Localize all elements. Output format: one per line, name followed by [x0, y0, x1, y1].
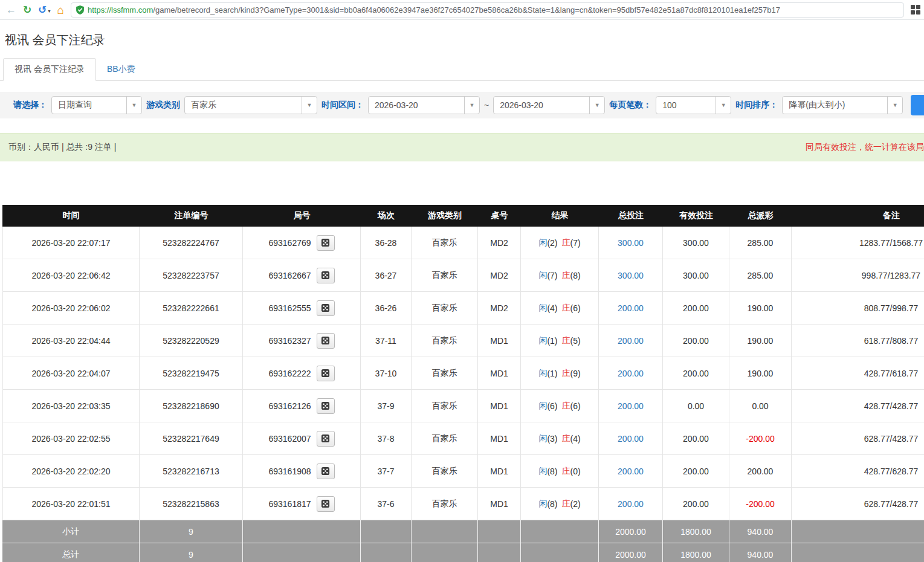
cell-remark: 808.77/998.77 [792, 292, 924, 324]
round-detail-button[interactable] [317, 235, 335, 251]
search-button[interactable] [911, 95, 924, 115]
total-bet-link[interactable]: 300.00 [618, 271, 644, 280]
cell-total-bet: 200.00 [599, 325, 663, 357]
cell-total-bet: 200.00 [599, 422, 663, 454]
cell-round: 693161817 [243, 488, 361, 520]
cell-bet-id: 523282224767 [140, 227, 243, 259]
chevron-down-icon: ▼ [464, 97, 479, 114]
cell-time: 2026-03-20 22:07:17 [2, 227, 140, 259]
cell-bet-id: 523282215863 [140, 488, 243, 520]
cell-total-bet: 200.00 [599, 357, 663, 389]
refresh-icon[interactable]: ↻ [23, 5, 31, 15]
date-from-input[interactable]: 2026-03-20 ▼ [368, 96, 480, 114]
round-number: 693161908 [268, 467, 311, 476]
cell-result: 闲(7) 庄(8) [521, 259, 599, 291]
extension-icon[interactable] [911, 5, 920, 15]
header-total-bet: 总投注 [599, 205, 663, 227]
subtotal-count: 9 [140, 520, 243, 543]
banker-result-score: (0) [570, 467, 581, 476]
cell-round: 693162769 [243, 227, 361, 259]
total-bet-link[interactable]: 200.00 [618, 369, 644, 378]
cell-session: 37-9 [361, 390, 412, 422]
cell-bet-id: 523282217649 [140, 422, 243, 454]
cell-game-type: 百家乐 [412, 292, 478, 324]
banker-result-score: (4) [570, 434, 581, 444]
round-detail-button[interactable] [317, 431, 335, 447]
cell-time: 2026-03-20 22:02:20 [2, 455, 140, 487]
per-page-select[interactable]: 100 ▼ [656, 96, 731, 114]
cell-session: 36-28 [361, 227, 412, 259]
cell-game-type: 百家乐 [412, 422, 478, 454]
tab-bb-tip[interactable]: BB小费 [96, 59, 146, 80]
filter-bar: 请选择： 日期查询 ▼ 游戏类别 百家乐 ▼ 时间区间： 2026-03-20 … [0, 92, 924, 118]
url-text[interactable]: https://lssfmm.com/game/betrecord_search… [88, 5, 780, 15]
cell-remark: 628.77/428.77 [792, 488, 924, 520]
header-remark: 备注 [792, 205, 924, 227]
total-bet-link[interactable]: 200.00 [618, 467, 644, 476]
cell-result: 闲(4) 庄(6) [521, 292, 599, 324]
total-valid-bet: 1800.00 [663, 543, 729, 562]
cell-total-bet: 300.00 [599, 259, 663, 291]
round-detail-button[interactable] [317, 300, 335, 316]
subtotal-label: 小计 [2, 520, 140, 543]
table-body: 2026-03-20 22:07:17 523282224767 6931627… [2, 227, 924, 520]
round-number: 693161817 [268, 499, 311, 509]
round-number: 693162126 [268, 401, 311, 411]
round-detail-button[interactable] [317, 268, 335, 283]
tab-bet-records[interactable]: 视讯 会员下注纪录 [3, 58, 96, 81]
cell-result: 闲(1) 庄(5) [521, 325, 599, 357]
cell-session: 37-8 [361, 422, 412, 454]
total-bet-link[interactable]: 200.00 [618, 336, 644, 346]
back-icon[interactable]: ← [6, 5, 16, 15]
dice-icon [321, 499, 330, 508]
player-result-label: 闲 [538, 466, 547, 477]
undo-icon[interactable]: ↺ [38, 5, 47, 15]
header-result: 结果 [521, 205, 599, 227]
cell-total-bet: 200.00 [599, 390, 663, 422]
round-detail-button[interactable] [317, 366, 335, 381]
player-result-score: (1) [547, 369, 557, 378]
query-type-label: 请选择： [13, 100, 47, 111]
browser-toolbar: ← ↻ ↺ ▾ ⌂ https://lssfmm.com/game/betrec… [0, 0, 924, 20]
banker-result-label: 庄 [562, 303, 570, 314]
cell-payout: -200.00 [729, 488, 792, 520]
total-bet-link[interactable]: 200.00 [618, 401, 644, 411]
cell-time: 2026-03-20 22:06:42 [2, 259, 140, 291]
cell-session: 37-11 [361, 325, 412, 357]
date-to-input[interactable]: 2026-03-20 ▼ [493, 96, 605, 114]
chevron-down-icon[interactable]: ▾ [48, 8, 51, 15]
total-bet-link[interactable]: 200.00 [618, 499, 644, 509]
cell-game-type: 百家乐 [412, 357, 478, 389]
round-detail-button[interactable] [317, 333, 335, 349]
player-result-score: (8) [547, 499, 557, 509]
round-detail-button[interactable] [317, 463, 335, 479]
cell-table-no: MD1 [478, 357, 521, 389]
total-bet-link[interactable]: 300.00 [618, 238, 644, 248]
cell-time: 2026-03-20 22:04:07 [2, 357, 140, 389]
banker-result-label: 庄 [562, 499, 570, 509]
sort-order-select[interactable]: 降幂(由大到小) ▼ [782, 96, 903, 114]
address-bar[interactable]: https://lssfmm.com/game/betrecord_search… [71, 2, 904, 18]
table-row: 2026-03-20 22:04:44 523282220529 6931623… [2, 325, 924, 357]
total-bet-link[interactable]: 200.00 [618, 434, 644, 444]
total-bet-link[interactable]: 200.00 [618, 303, 644, 313]
query-type-select[interactable]: 日期查询 ▼ [51, 96, 142, 114]
cell-bet-id: 523282222661 [140, 292, 243, 324]
sort-order-label: 时间排序： [735, 100, 778, 111]
table-row: 2026-03-20 22:03:35 523282218690 6931621… [2, 390, 924, 422]
cell-valid-bet: 200.00 [663, 357, 729, 389]
home-icon[interactable]: ⌂ [57, 4, 64, 16]
table-row: 2026-03-20 22:07:17 523282224767 6931627… [2, 227, 924, 259]
banker-result-score: (6) [570, 303, 581, 313]
round-detail-button[interactable] [317, 496, 335, 512]
cell-remark: 428.77/618.77 [792, 357, 924, 389]
round-number: 693162222 [268, 369, 311, 378]
game-type-select[interactable]: 百家乐 ▼ [184, 96, 317, 114]
total-label: 总计 [2, 543, 140, 562]
round-detail-button[interactable] [317, 398, 335, 414]
undo-control[interactable]: ↺ ▾ [38, 5, 50, 15]
cell-time: 2026-03-20 22:02:55 [2, 422, 140, 454]
cell-payout: 190.00 [729, 292, 792, 324]
total-total-bet: 2000.00 [599, 543, 663, 562]
player-result-label: 闲 [538, 335, 547, 346]
